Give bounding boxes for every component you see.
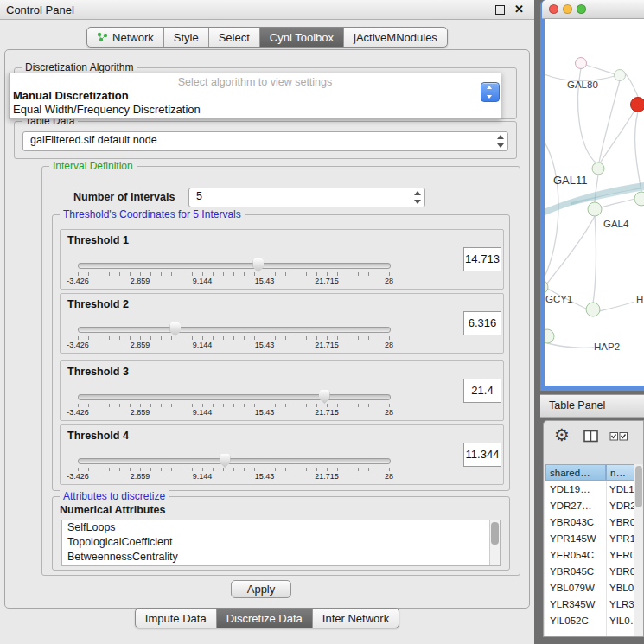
zoom-traffic-light-icon[interactable] <box>577 4 586 14</box>
network-node[interactable] <box>615 70 626 81</box>
tab-select[interactable]: Select <box>208 28 259 47</box>
network-icon <box>97 32 108 42</box>
algorithm-combo-stepper[interactable] <box>481 82 500 102</box>
scrollbar-thumb[interactable] <box>491 522 499 545</box>
list-item[interactable]: BetweennessCentrality <box>62 550 490 564</box>
tab-cyni-toolbox[interactable]: Cyni Toolbox <box>259 28 343 47</box>
tab-style[interactable]: Style <box>163 28 208 47</box>
control-panel-window: Control Panel ✕ NetworkStyleSelectCyni T… <box>0 0 534 644</box>
slider-thumb-icon[interactable] <box>252 258 264 272</box>
numerical-attributes-listbox[interactable]: SelfLoopsTopologicalCoefficientBetweenne… <box>61 520 501 566</box>
slider-thumb-icon[interactable] <box>220 454 231 468</box>
tick-label: 15.43 <box>255 341 275 349</box>
threshold-value-field[interactable]: 21.4 <box>463 379 501 403</box>
table-body: YDL19…YDL1…YDR27…YDR2…YBR043CYBR0…YPR145… <box>545 481 636 636</box>
network-canvas[interactable]: GAL80 GAL11 GAL4 GCY1 H HAP2 <box>545 19 644 386</box>
list-scrollbar[interactable] <box>489 520 500 565</box>
top-tab-bar-wrap: NetworkStyleSelectCyni ToolboxjActiveMNo… <box>0 27 534 48</box>
threshold-value-field[interactable]: 11.344 <box>463 443 501 467</box>
node-label: GAL11 <box>553 174 588 187</box>
slider-ticks <box>78 404 390 407</box>
close-traffic-light-icon[interactable] <box>549 4 558 14</box>
tick-label: 2.859 <box>131 408 150 417</box>
threshold-slider-track[interactable] <box>78 394 391 400</box>
network-window-titlebar <box>542 0 644 19</box>
tab-jactivemnodules[interactable]: jActiveMNodules <box>343 28 447 47</box>
combobox-value: galFiltered.sif default node <box>30 132 157 149</box>
screen: Control Panel ✕ NetworkStyleSelectCyni T… <box>0 0 644 644</box>
table-panel-header: Table Panel <box>540 394 644 418</box>
table-row[interactable]: YIL052CYIL0… <box>545 613 636 629</box>
node-label: GAL80 <box>567 80 598 90</box>
table-row[interactable]: YBR045CYBR0… <box>545 564 636 580</box>
list-item[interactable]: TopologicalCoefficient <box>62 535 490 550</box>
network-node[interactable] <box>634 192 644 206</box>
node-label: GCY1 <box>545 294 572 304</box>
threshold-value-field[interactable]: 14.713 <box>463 247 501 271</box>
tab-network[interactable]: Network <box>87 28 163 47</box>
network-node[interactable] <box>586 303 600 316</box>
tick-label: -3.426 <box>67 277 89 285</box>
table-row[interactable]: YPR145WYPR1… <box>545 531 636 547</box>
tab-infer-network[interactable]: Infer Network <box>312 609 399 628</box>
network-node[interactable] <box>592 163 604 175</box>
slider-ticks <box>78 272 390 276</box>
table-cell: YBR045C <box>550 564 603 580</box>
column-header[interactable]: shared… <box>545 464 606 481</box>
network-node[interactable] <box>588 202 602 216</box>
tick-label: 9.144 <box>193 472 213 481</box>
table-row[interactable]: YDR27…YDR2… <box>545 498 636 514</box>
table-cell: YLR345W <box>550 596 603 613</box>
table-cell: YPR145W <box>550 531 603 547</box>
tick-label: 21.715 <box>315 472 339 481</box>
table-cell: YLR3… <box>609 596 635 613</box>
threshold-slider-track[interactable] <box>78 458 391 464</box>
table-scrollbar[interactable] <box>634 464 643 636</box>
table-header-row: shared…n… <box>544 464 643 481</box>
threshold-label: Threshold 2 <box>67 298 129 310</box>
threshold-label: Threshold 1 <box>67 234 129 246</box>
tab-impute-data[interactable]: Impute Data <box>136 609 216 628</box>
slider-thumb-icon[interactable] <box>169 322 181 336</box>
threshold-list: Threshold 1-3.4262.8599.14415.4321.71528… <box>53 215 509 490</box>
selected-network-node[interactable] <box>631 98 644 112</box>
tick-label: 9.144 <box>193 408 213 417</box>
table-row[interactable]: YLR345WYLR3… <box>545 596 636 613</box>
table-row[interactable]: YBR043CYBR0… <box>545 514 636 531</box>
select-checkboxes-icon[interactable] <box>609 431 630 442</box>
gear-icon[interactable]: ⚙ <box>554 424 570 445</box>
menu-item-manual-discretization[interactable]: Manual Discretization <box>13 89 480 103</box>
table-cell: YIL0… <box>609 613 635 629</box>
table-row[interactable]: YER054CYER0… <box>545 547 636 564</box>
combobox-arrows-icon <box>495 132 504 150</box>
table-row[interactable]: YDL19…YDL1… <box>545 481 636 498</box>
node-label: HAP2 <box>594 341 620 352</box>
close-icon[interactable]: ✕ <box>514 3 524 16</box>
number-of-intervals-combobox[interactable]: 5 <box>188 188 425 207</box>
list-item[interactable]: SelfLoops <box>62 520 490 535</box>
tab-label: Select <box>219 31 250 44</box>
slider-thumb-icon[interactable] <box>319 390 330 404</box>
attribute-list: SelfLoopsTopologicalCoefficientBetweenne… <box>62 520 490 565</box>
network-node[interactable] <box>576 58 587 69</box>
table-row[interactable]: YBL079WYBL0… <box>545 580 636 596</box>
threshold-slider-track[interactable] <box>78 263 391 269</box>
apply-button[interactable]: Apply <box>231 580 291 598</box>
columns-icon[interactable] <box>583 430 599 443</box>
algorithm-placeholder: Select algorithm to view settings <box>10 76 501 88</box>
threshold-value-field[interactable]: 6.316 <box>463 311 501 335</box>
threshold-slider-track[interactable] <box>78 327 391 333</box>
minimize-icon[interactable] <box>495 5 505 15</box>
column-header[interactable]: n… <box>606 464 636 481</box>
menu-item-equal-width-frequency[interactable]: Equal Width/Frequency Discretization <box>13 103 480 117</box>
tab-label: Style <box>174 31 199 44</box>
network-node[interactable] <box>545 329 554 343</box>
slider-tick-labels: -3.4262.8599.14415.4321.71528 <box>78 341 389 350</box>
tab-discretize-data[interactable]: Discretize Data <box>216 609 312 628</box>
minimize-traffic-light-icon[interactable] <box>563 4 572 14</box>
slider-ticks <box>78 468 390 471</box>
table-cell: YBR0… <box>609 514 635 531</box>
scrollbar-thumb[interactable] <box>635 466 642 507</box>
table-data-combobox[interactable]: galFiltered.sif default node <box>22 131 508 151</box>
tick-label: -3.426 <box>67 472 89 481</box>
